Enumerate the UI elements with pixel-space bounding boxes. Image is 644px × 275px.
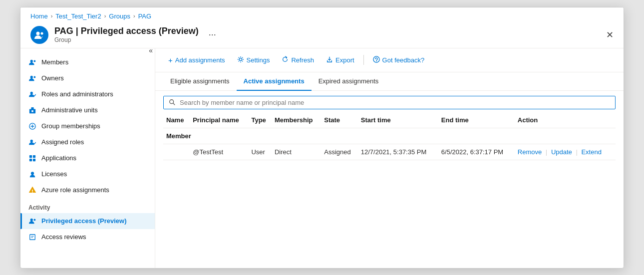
sidebar-item-licenses-label: Licenses	[41, 170, 67, 178]
add-icon: +	[168, 56, 173, 64]
privileged-access-icon	[28, 217, 36, 225]
refresh-button[interactable]: Refresh	[277, 53, 319, 67]
svg-point-29	[170, 100, 174, 104]
export-icon	[326, 56, 333, 64]
svg-point-16	[31, 172, 34, 175]
table-area: Name Principal name Type Membership Stat…	[155, 112, 624, 268]
search-bar	[155, 91, 624, 112]
action-sep-2: |	[576, 148, 577, 156]
breadcrumb-current: PAG	[138, 12, 152, 20]
main-window: Home › Test_Test_Tier2 › Groups › PAG PA…	[20, 7, 624, 269]
applications-icon	[28, 154, 36, 162]
refresh-icon	[282, 56, 289, 64]
search-icon	[169, 99, 176, 106]
sidebar-item-licenses[interactable]: Licenses	[20, 166, 155, 182]
table-row: @TestTest User Direct Assigned 12/7/2021…	[163, 144, 616, 160]
cell-principal: @TestTest	[190, 144, 248, 160]
sidebar-item-assigned-roles[interactable]: Assigned roles	[20, 134, 155, 150]
update-link[interactable]: Update	[551, 148, 572, 156]
tab-expired[interactable]: Expired assignments	[312, 72, 386, 91]
cell-actions: Remove | Update | Extend	[515, 144, 616, 160]
sidebar-collapse-button[interactable]: «	[149, 48, 153, 54]
sidebar-item-group-memberships[interactable]: Group memberships	[20, 118, 155, 134]
sidebar-item-members[interactable]: Members	[20, 54, 155, 70]
remove-link[interactable]: Remove	[518, 148, 542, 156]
svg-point-21	[33, 219, 35, 221]
add-assignments-button[interactable]: + Add assignments	[163, 53, 230, 67]
page-icon	[30, 26, 48, 44]
content-area: + Add assignments Settings Refresh	[155, 48, 624, 268]
toolbar-separator	[363, 55, 364, 65]
settings-button[interactable]: Settings	[232, 53, 275, 67]
tabs-bar: Eligible assignments Active assignments …	[155, 72, 624, 91]
svg-point-3	[33, 60, 35, 62]
col-end: End time	[438, 112, 515, 128]
col-state: State	[321, 112, 357, 128]
sidebar-item-owners[interactable]: Owners	[20, 70, 155, 86]
cell-state: Assigned	[321, 144, 357, 160]
header-left: PAG | Privileged access (Preview) Group …	[30, 26, 216, 44]
header-title-block: PAG | Privileged access (Preview) Group	[54, 26, 199, 43]
group-label: Member	[163, 128, 616, 144]
breadcrumb-groups[interactable]: Groups	[109, 12, 130, 20]
breadcrumb-sep-3: ›	[133, 13, 135, 19]
sidebar-item-roles-administrators[interactable]: Roles and administrators	[20, 86, 155, 102]
svg-point-2	[30, 59, 33, 62]
col-action: Action	[515, 112, 616, 128]
col-start: Start time	[358, 112, 438, 128]
sidebar-item-azure-roles[interactable]: Azure role assignments	[20, 182, 155, 198]
svg-point-0	[36, 31, 40, 35]
action-sep-1: |	[546, 148, 547, 156]
sidebar-item-access-reviews[interactable]: Access reviews	[20, 229, 155, 245]
svg-rect-13	[33, 155, 35, 157]
sidebar-item-access-reviews-label: Access reviews	[41, 233, 86, 241]
licenses-icon	[28, 170, 36, 178]
svg-rect-8	[31, 107, 33, 109]
breadcrumb: Home › Test_Test_Tier2 › Groups › PAG	[20, 7, 624, 22]
feedback-button[interactable]: Got feedback?	[368, 53, 430, 67]
sidebar-item-privileged-access-label: Privileged access (Preview)	[41, 217, 127, 225]
activity-section-label: Activity	[20, 198, 155, 213]
main-layout: « Members Owners Roles and administrator…	[20, 48, 624, 268]
svg-rect-12	[29, 155, 32, 157]
svg-rect-9	[31, 110, 33, 112]
sidebar: « Members Owners Roles and administrator…	[20, 48, 155, 268]
azure-roles-icon	[28, 186, 36, 194]
sidebar-item-members-label: Members	[41, 58, 68, 66]
svg-point-5	[33, 76, 35, 78]
owners-icon	[28, 74, 36, 82]
breadcrumb-home[interactable]: Home	[30, 12, 48, 20]
breadcrumb-tier2[interactable]: Test_Test_Tier2	[55, 12, 101, 20]
tab-active[interactable]: Active assignments	[237, 72, 312, 91]
search-input-wrap[interactable]	[163, 96, 616, 109]
cell-type: User	[248, 144, 271, 160]
col-principal: Principal name	[190, 112, 248, 128]
breadcrumb-sep-1: ›	[51, 13, 53, 19]
sidebar-item-applications[interactable]: Applications	[20, 150, 155, 166]
svg-point-28	[376, 61, 376, 61]
settings-icon	[237, 56, 244, 64]
sidebar-item-admin-units[interactable]: Administrative units	[20, 102, 155, 118]
group-header-row: Member	[163, 128, 616, 144]
page-header: PAG | Privileged access (Preview) Group …	[20, 22, 624, 48]
svg-point-20	[30, 218, 33, 221]
col-membership: Membership	[272, 112, 321, 128]
cell-membership: Direct	[272, 144, 321, 160]
search-input[interactable]	[180, 99, 610, 106]
sidebar-item-assigned-roles-label: Assigned roles	[41, 138, 84, 146]
svg-rect-15	[33, 158, 35, 161]
sidebar-item-azure-roles-label: Azure role assignments	[41, 186, 109, 194]
page-title: PAG | Privileged access (Preview)	[54, 26, 199, 36]
extend-link[interactable]: Extend	[581, 148, 601, 156]
close-button[interactable]: ✕	[606, 29, 614, 40]
tab-eligible[interactable]: Eligible assignments	[163, 72, 237, 91]
sidebar-item-applications-label: Applications	[41, 154, 76, 162]
svg-rect-14	[29, 158, 32, 161]
cell-start-time: 12/7/2021, 5:37:35 PM	[358, 144, 438, 160]
roles-icon	[28, 90, 36, 98]
ellipsis-button[interactable]: ···	[209, 29, 216, 40]
sidebar-item-privileged-access[interactable]: Privileged access (Preview)	[20, 213, 155, 229]
sidebar-item-owners-label: Owners	[41, 74, 64, 82]
export-button[interactable]: Export	[321, 53, 359, 67]
sidebar-item-admin-units-label: Administrative units	[41, 106, 98, 114]
